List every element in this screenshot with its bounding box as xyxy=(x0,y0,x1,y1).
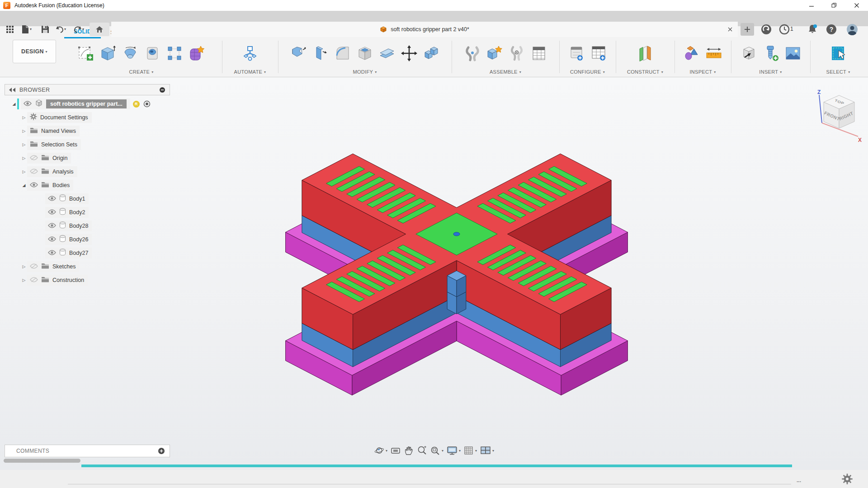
expanded-arrow-icon[interactable]: ◢ xyxy=(21,183,27,188)
chevron-down-icon[interactable]: ▾ xyxy=(442,449,443,453)
chevron-down-icon[interactable]: ▾ xyxy=(459,449,461,453)
new-file-icon[interactable] xyxy=(20,24,31,35)
undo-icon[interactable] xyxy=(54,24,65,35)
browser-item-bodies[interactable]: ◢Bodies xyxy=(5,178,170,192)
undo-caret-icon[interactable]: ▾ xyxy=(64,27,66,31)
close-button[interactable] xyxy=(845,0,868,11)
home-view-button[interactable] xyxy=(90,23,109,36)
thicken-button[interactable] xyxy=(310,42,331,65)
chevron-down-icon[interactable]: ▾ xyxy=(475,449,477,453)
new-component-button[interactable] xyxy=(484,42,505,65)
radio-target-icon[interactable] xyxy=(143,100,151,108)
comments-bar[interactable]: COMMENTS xyxy=(5,445,170,457)
view-cube[interactable]: TOP FRONT RIGHT Z X xyxy=(811,89,865,143)
save-icon[interactable] xyxy=(40,24,51,35)
hole-button[interactable] xyxy=(142,42,163,65)
document-tab-close-icon[interactable] xyxy=(726,25,734,33)
collapsed-arrow-icon[interactable]: ▷ xyxy=(21,129,27,133)
construct-plane-button[interactable] xyxy=(635,42,656,65)
minimize-button[interactable] xyxy=(800,0,823,11)
offset-face-button[interactable] xyxy=(377,42,397,65)
visibility-eye-off-icon[interactable] xyxy=(30,276,38,284)
insert-canvas-button[interactable] xyxy=(783,42,803,65)
ribbon-group-label-automate[interactable]: AUTOMATE▾ xyxy=(234,67,266,76)
browser-item-document-settings[interactable]: ▷Document Settings xyxy=(5,111,170,124)
ribbon-group-label-inspect[interactable]: INSPECT▾ xyxy=(689,67,716,76)
browser-item-body28[interactable]: Body28 xyxy=(5,219,170,233)
insert-fastener-button[interactable] xyxy=(760,42,781,65)
new-file-caret-icon[interactable]: ▾ xyxy=(30,27,32,31)
configuration-button[interactable] xyxy=(566,42,587,65)
visibility-eye-icon[interactable] xyxy=(30,181,38,189)
browser-item-selection-sets[interactable]: ▷Selection Sets xyxy=(5,138,170,151)
visibility-eye-icon[interactable] xyxy=(48,249,56,257)
browser-item-analysis[interactable]: ▷Analysis xyxy=(5,165,170,178)
browser-item-body26[interactable]: Body26 xyxy=(5,233,170,246)
bom-button[interactable] xyxy=(528,42,549,65)
redo-caret-icon[interactable]: ▾ xyxy=(82,27,84,31)
browser-item-origin[interactable]: ▷Origin xyxy=(5,151,170,165)
move-button[interactable] xyxy=(399,42,420,65)
form-button[interactable] xyxy=(186,42,207,65)
redo-icon[interactable] xyxy=(72,24,83,35)
extrude-button[interactable] xyxy=(98,42,118,65)
collapse-panel-icon[interactable] xyxy=(9,88,16,92)
visibility-eye-icon[interactable] xyxy=(48,235,56,244)
ruler-button[interactable] xyxy=(703,42,724,65)
revolve-button[interactable] xyxy=(120,42,141,65)
browser-item-named-views[interactable]: ▷Named Views xyxy=(5,124,170,138)
insert-mesh-button[interactable] xyxy=(738,42,759,65)
pan-tool[interactable] xyxy=(404,446,414,455)
extensions-icon[interactable] xyxy=(760,23,772,35)
collapsed-arrow-icon[interactable]: ▷ xyxy=(21,264,27,269)
zoom-window-tool[interactable]: ▾ xyxy=(430,446,443,455)
visibility-eye-icon[interactable] xyxy=(48,195,56,203)
browser-item-soft-robotics-gripper-part[interactable]: ◢soft robotics gripper part...R xyxy=(5,97,170,111)
combine-button[interactable] xyxy=(421,42,442,65)
visibility-eye-off-icon[interactable] xyxy=(30,168,38,176)
collapsed-arrow-icon[interactable]: ▷ xyxy=(21,115,27,120)
help-icon[interactable]: ? xyxy=(826,23,837,35)
collapsed-arrow-icon[interactable]: ▷ xyxy=(21,278,27,282)
collapsed-arrow-icon[interactable]: ▷ xyxy=(21,156,27,160)
browser-item-body2[interactable]: Body2 xyxy=(5,206,170,219)
timeline-position-bar[interactable] xyxy=(81,465,792,467)
script-button[interactable] xyxy=(240,42,260,65)
visibility-eye-icon[interactable] xyxy=(24,100,32,108)
ribbon-group-label-create[interactable]: CREATE▾ xyxy=(129,67,154,76)
visibility-eye-off-icon[interactable] xyxy=(30,154,38,162)
viewports-tool[interactable]: ▾ xyxy=(480,446,494,455)
ribbon-group-label-modify[interactable]: MODIFY▾ xyxy=(353,67,377,76)
ribbon-group-label-construct[interactable]: CONSTRUCT▾ xyxy=(627,67,663,76)
collapsed-arrow-icon[interactable]: ▷ xyxy=(21,142,27,147)
look-at-tool[interactable] xyxy=(390,446,401,455)
timeline-settings-gear-icon[interactable] xyxy=(842,474,853,486)
shell-button[interactable] xyxy=(354,42,375,65)
ribbon-group-label-assemble[interactable]: ASSEMBLE▾ xyxy=(490,67,521,76)
document-tab[interactable]: soft robotics gripper part 2 v40* xyxy=(111,22,738,37)
display-settings-tool[interactable]: ▾ xyxy=(446,446,461,455)
browser-item-body27[interactable]: Body27 xyxy=(5,246,170,260)
notifications-bell-icon[interactable] xyxy=(807,23,818,35)
orbit-tool[interactable]: ▾ xyxy=(374,446,387,455)
zoom-tool[interactable] xyxy=(416,446,427,455)
visibility-eye-icon[interactable] xyxy=(48,208,56,216)
timeline-scrollbar[interactable] xyxy=(4,459,80,463)
fillet-button[interactable] xyxy=(332,42,353,65)
ribbon-group-label-select[interactable]: SELECT▾ xyxy=(826,67,850,76)
grid-snap-tool[interactable]: ▾ xyxy=(463,446,477,455)
add-comment-icon[interactable] xyxy=(158,447,165,455)
browser-item-body1[interactable]: Body1 xyxy=(5,192,170,206)
new-tab-button[interactable] xyxy=(741,23,754,36)
visibility-eye-off-icon[interactable] xyxy=(30,263,38,271)
visibility-eye-icon[interactable] xyxy=(48,222,56,230)
select-button[interactable] xyxy=(828,42,849,65)
avatar[interactable] xyxy=(846,23,858,35)
chevron-down-icon[interactable]: ▾ xyxy=(492,449,494,453)
expanded-arrow-icon[interactable]: ◢ xyxy=(11,102,17,106)
config-table-button[interactable] xyxy=(588,42,609,65)
ribbon-group-label-configure[interactable]: CONFIGURE▾ xyxy=(570,67,605,76)
minimize-panel-icon[interactable] xyxy=(159,87,165,93)
browser-item-construction[interactable]: ▷Construction xyxy=(5,273,170,287)
pattern-button[interactable] xyxy=(164,42,185,65)
